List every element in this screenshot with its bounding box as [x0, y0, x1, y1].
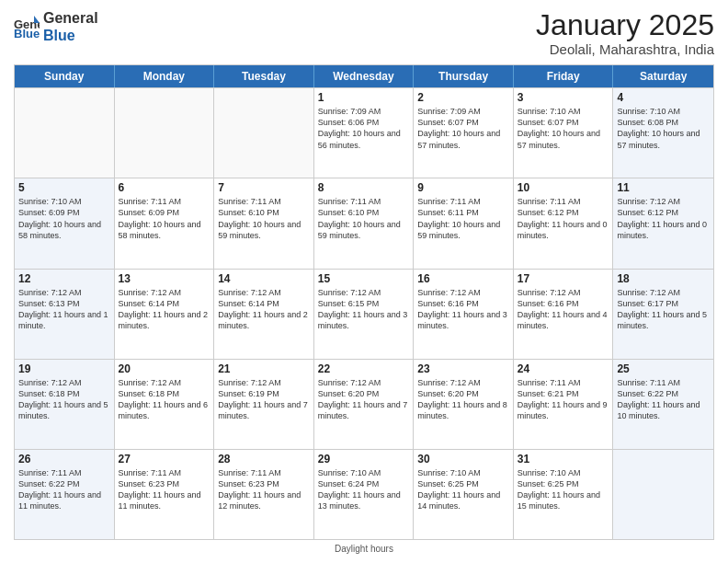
- logo: General Blue General Blue: [14, 9, 98, 44]
- logo-blue-text: Blue: [43, 27, 98, 44]
- day-number: 21: [218, 362, 310, 375]
- cell-info: Sunrise: 7:12 AMSunset: 6:15 PMDaylight:…: [318, 287, 410, 332]
- cell-info: Sunrise: 7:11 AMSunset: 6:22 PMDaylight:…: [617, 377, 710, 422]
- calendar-header-row: SundayMondayTuesdayWednesdayThursdayFrid…: [15, 65, 713, 87]
- cell-info: Sunrise: 7:12 AMSunset: 6:20 PMDaylight:…: [417, 377, 509, 422]
- day-number: 9: [417, 181, 509, 194]
- cell-info: Sunrise: 7:12 AMSunset: 6:12 PMDaylight:…: [617, 196, 710, 241]
- footer-note: Daylight hours: [14, 544, 714, 554]
- day-cell-16: 16Sunrise: 7:12 AMSunset: 6:16 PMDayligh…: [414, 270, 514, 359]
- day-cell-29: 29Sunrise: 7:10 AMSunset: 6:24 PMDayligh…: [314, 450, 415, 539]
- day-number: 28: [218, 453, 310, 465]
- cell-info: Sunrise: 7:11 AMSunset: 6:22 PMDaylight:…: [18, 467, 110, 512]
- cell-info: Sunrise: 7:10 AMSunset: 6:08 PMDaylight:…: [617, 106, 710, 151]
- day-number: 18: [617, 272, 710, 285]
- day-cell-9: 9Sunrise: 7:11 AMSunset: 6:11 PMDaylight…: [414, 178, 514, 268]
- day-header-thursday: Thursday: [414, 65, 514, 87]
- svg-text:Blue: Blue: [14, 27, 40, 40]
- cell-info: Sunrise: 7:11 AMSunset: 6:23 PMDaylight:…: [218, 467, 310, 512]
- day-number: 14: [218, 272, 310, 285]
- day-cell-25: 25Sunrise: 7:11 AMSunset: 6:22 PMDayligh…: [613, 360, 713, 449]
- day-cell-17: 17Sunrise: 7:12 AMSunset: 6:16 PMDayligh…: [514, 270, 614, 359]
- day-header-friday: Friday: [514, 65, 614, 87]
- cell-info: Sunrise: 7:11 AMSunset: 6:11 PMDaylight:…: [417, 196, 509, 241]
- cell-info: Sunrise: 7:11 AMSunset: 6:12 PMDaylight:…: [518, 196, 609, 241]
- cell-info: Sunrise: 7:12 AMSunset: 6:17 PMDaylight:…: [617, 287, 710, 332]
- empty-cell: [15, 88, 115, 178]
- calendar-subtitle: Deolali, Maharashtra, India: [536, 41, 714, 57]
- day-number: 23: [417, 362, 509, 375]
- empty-cell: [613, 450, 713, 539]
- day-cell-30: 30Sunrise: 7:10 AMSunset: 6:25 PMDayligh…: [414, 450, 514, 539]
- day-number: 12: [18, 272, 110, 285]
- day-number: 8: [318, 181, 410, 194]
- calendar-body: 1Sunrise: 7:09 AMSunset: 6:06 PMDaylight…: [15, 87, 713, 539]
- cell-info: Sunrise: 7:12 AMSunset: 6:18 PMDaylight:…: [18, 377, 110, 422]
- day-number: 29: [318, 453, 410, 465]
- day-cell-6: 6Sunrise: 7:11 AMSunset: 6:09 PMDaylight…: [115, 178, 215, 268]
- calendar: SundayMondayTuesdayWednesdayThursdayFrid…: [14, 64, 714, 540]
- cell-info: Sunrise: 7:10 AMSunset: 6:25 PMDaylight:…: [417, 467, 509, 512]
- day-header-saturday: Saturday: [613, 65, 713, 87]
- day-cell-26: 26Sunrise: 7:11 AMSunset: 6:22 PMDayligh…: [15, 450, 115, 539]
- empty-cell: [214, 88, 314, 178]
- day-cell-18: 18Sunrise: 7:12 AMSunset: 6:17 PMDayligh…: [613, 270, 713, 359]
- cell-info: Sunrise: 7:12 AMSunset: 6:14 PMDaylight:…: [218, 287, 310, 332]
- cell-info: Sunrise: 7:12 AMSunset: 6:13 PMDaylight:…: [18, 287, 110, 332]
- day-header-tuesday: Tuesday: [214, 65, 314, 87]
- day-number: 7: [218, 181, 310, 194]
- day-header-sunday: Sunday: [15, 65, 115, 87]
- day-number: 5: [18, 181, 110, 194]
- day-header-wednesday: Wednesday: [314, 65, 415, 87]
- day-cell-20: 20Sunrise: 7:12 AMSunset: 6:18 PMDayligh…: [115, 360, 215, 449]
- day-cell-7: 7Sunrise: 7:11 AMSunset: 6:10 PMDaylight…: [214, 178, 314, 268]
- day-number: 1: [318, 91, 410, 104]
- day-cell-28: 28Sunrise: 7:11 AMSunset: 6:23 PMDayligh…: [214, 450, 314, 539]
- day-number: 10: [518, 181, 609, 194]
- day-cell-22: 22Sunrise: 7:12 AMSunset: 6:20 PMDayligh…: [314, 360, 415, 449]
- cell-info: Sunrise: 7:12 AMSunset: 6:14 PMDaylight:…: [119, 287, 210, 332]
- calendar-week-4: 19Sunrise: 7:12 AMSunset: 6:18 PMDayligh…: [15, 359, 713, 449]
- cell-info: Sunrise: 7:11 AMSunset: 6:23 PMDaylight:…: [119, 467, 210, 512]
- day-number: 15: [318, 272, 410, 285]
- cell-info: Sunrise: 7:10 AMSunset: 6:07 PMDaylight:…: [518, 106, 609, 151]
- header: General Blue General Blue January 2025 D…: [14, 9, 714, 57]
- day-cell-24: 24Sunrise: 7:11 AMSunset: 6:21 PMDayligh…: [514, 360, 614, 449]
- day-number: 11: [617, 181, 710, 194]
- day-number: 17: [518, 272, 609, 285]
- day-cell-27: 27Sunrise: 7:11 AMSunset: 6:23 PMDayligh…: [115, 450, 215, 539]
- cell-info: Sunrise: 7:11 AMSunset: 6:10 PMDaylight:…: [218, 196, 310, 241]
- cell-info: Sunrise: 7:12 AMSunset: 6:16 PMDaylight:…: [518, 287, 609, 332]
- day-cell-1: 1Sunrise: 7:09 AMSunset: 6:06 PMDaylight…: [314, 88, 415, 178]
- cell-info: Sunrise: 7:09 AMSunset: 6:07 PMDaylight:…: [417, 106, 509, 151]
- day-cell-31: 31Sunrise: 7:10 AMSunset: 6:25 PMDayligh…: [514, 450, 614, 539]
- cell-info: Sunrise: 7:11 AMSunset: 6:21 PMDaylight:…: [518, 377, 609, 422]
- cell-info: Sunrise: 7:10 AMSunset: 6:24 PMDaylight:…: [318, 467, 410, 512]
- empty-cell: [115, 88, 215, 178]
- day-cell-23: 23Sunrise: 7:12 AMSunset: 6:20 PMDayligh…: [414, 360, 514, 449]
- day-cell-21: 21Sunrise: 7:12 AMSunset: 6:19 PMDayligh…: [214, 360, 314, 449]
- calendar-title: January 2025: [536, 9, 714, 41]
- day-number: 27: [119, 453, 210, 465]
- day-number: 31: [518, 453, 609, 465]
- day-cell-3: 3Sunrise: 7:10 AMSunset: 6:07 PMDaylight…: [514, 88, 614, 178]
- cell-info: Sunrise: 7:12 AMSunset: 6:19 PMDaylight:…: [218, 377, 310, 422]
- cell-info: Sunrise: 7:12 AMSunset: 6:18 PMDaylight:…: [119, 377, 210, 422]
- day-cell-14: 14Sunrise: 7:12 AMSunset: 6:14 PMDayligh…: [214, 270, 314, 359]
- logo-icon: General Blue: [14, 14, 40, 40]
- day-number: 19: [18, 362, 110, 375]
- day-cell-8: 8Sunrise: 7:11 AMSunset: 6:10 PMDaylight…: [314, 178, 415, 268]
- day-number: 22: [318, 362, 410, 375]
- calendar-week-1: 1Sunrise: 7:09 AMSunset: 6:06 PMDaylight…: [15, 87, 713, 178]
- day-number: 20: [119, 362, 210, 375]
- cell-info: Sunrise: 7:12 AMSunset: 6:20 PMDaylight:…: [318, 377, 410, 422]
- day-cell-12: 12Sunrise: 7:12 AMSunset: 6:13 PMDayligh…: [15, 270, 115, 359]
- day-number: 24: [518, 362, 609, 375]
- day-cell-15: 15Sunrise: 7:12 AMSunset: 6:15 PMDayligh…: [314, 270, 415, 359]
- cell-info: Sunrise: 7:09 AMSunset: 6:06 PMDaylight:…: [318, 106, 410, 151]
- calendar-week-3: 12Sunrise: 7:12 AMSunset: 6:13 PMDayligh…: [15, 269, 713, 359]
- day-number: 30: [417, 453, 509, 465]
- day-number: 25: [617, 362, 710, 375]
- day-cell-11: 11Sunrise: 7:12 AMSunset: 6:12 PMDayligh…: [613, 178, 713, 268]
- day-number: 2: [417, 91, 509, 104]
